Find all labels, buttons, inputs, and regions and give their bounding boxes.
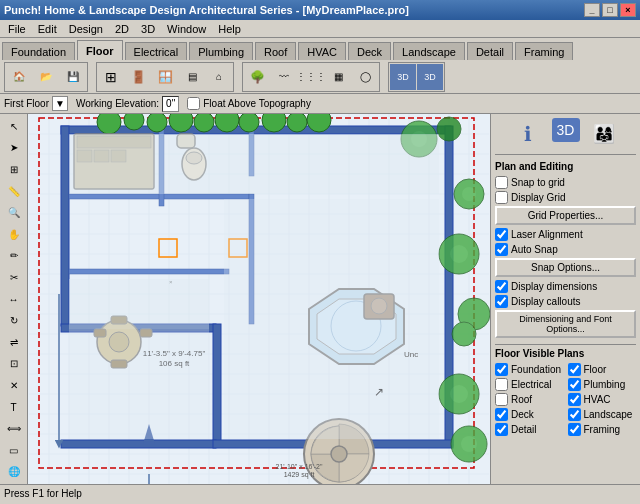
tab-plumbing[interactable]: Plumbing bbox=[189, 42, 253, 60]
menu-3d[interactable]: 3D bbox=[135, 22, 161, 36]
toolbar-btn-1[interactable]: 🏠 bbox=[6, 64, 32, 90]
svg-point-64 bbox=[452, 322, 476, 346]
tool-stretch[interactable]: ↔ bbox=[2, 289, 26, 310]
rp-floor-visible-title: Floor Visible Plans bbox=[495, 348, 636, 359]
tool-break[interactable]: ✂ bbox=[2, 267, 26, 288]
tab-deck[interactable]: Deck bbox=[348, 42, 391, 60]
3d-view-icon[interactable]: 3D bbox=[552, 118, 580, 142]
people-icon[interactable]: 👨‍👩‍👧 bbox=[588, 118, 620, 150]
toolbar-btn-deck[interactable]: ▦ bbox=[325, 64, 351, 90]
tab-framing[interactable]: Framing bbox=[515, 42, 573, 60]
auto-snap-checkbox[interactable] bbox=[495, 243, 508, 256]
deck-row: Deck bbox=[495, 408, 564, 421]
floor-dropdown[interactable]: ▼ bbox=[52, 96, 68, 111]
framing-label: Framing bbox=[584, 424, 621, 435]
laser-alignment-row: Laser Alignment bbox=[495, 228, 636, 241]
toolbar-btn-door[interactable]: 🚪 bbox=[125, 64, 151, 90]
snap-options-button[interactable]: Snap Options... bbox=[495, 258, 636, 277]
landscape-checkbox[interactable] bbox=[568, 408, 581, 421]
display-callouts-checkbox[interactable] bbox=[495, 295, 508, 308]
tool-measure[interactable]: 📏 bbox=[2, 181, 26, 202]
bottom-status-text: Press F1 for Help bbox=[4, 488, 82, 499]
close-button[interactable]: × bbox=[620, 3, 636, 17]
tool-edit[interactable]: ✏ bbox=[2, 246, 26, 267]
tool-select[interactable]: ↖ bbox=[2, 116, 26, 137]
tab-roof[interactable]: Roof bbox=[255, 42, 296, 60]
floor-plans-col-left: Foundation Electrical Roof Deck Detail bbox=[495, 363, 564, 438]
toolbar-btn-3[interactable]: 💾 bbox=[60, 64, 86, 90]
roof-checkbox[interactable] bbox=[495, 393, 508, 406]
foundation-label: Foundation bbox=[511, 364, 561, 375]
snap-grid-checkbox[interactable] bbox=[495, 176, 508, 189]
tool-rotate[interactable]: ↻ bbox=[2, 310, 26, 331]
framing-checkbox[interactable] bbox=[568, 423, 581, 436]
dimension-font-button[interactable]: Dimensioning and Font Options... bbox=[495, 310, 636, 338]
toolbar-btn-window[interactable]: 🪟 bbox=[152, 64, 178, 90]
grid-properties-button[interactable]: Grid Properties... bbox=[495, 206, 636, 225]
tool-globe[interactable]: 🌐 bbox=[2, 462, 26, 483]
floor-row: Floor bbox=[568, 363, 637, 376]
tool-mirror[interactable]: ⇌ bbox=[2, 332, 26, 353]
toolbar-group-3: 🌳 〰 ⋮⋮⋮ ▦ ◯ bbox=[242, 62, 380, 92]
snap-grid-label: Snap to grid bbox=[511, 177, 565, 188]
menu-edit[interactable]: Edit bbox=[32, 22, 63, 36]
maximize-button[interactable]: □ bbox=[602, 3, 618, 17]
menubar: File Edit Design 2D 3D Window Help bbox=[0, 20, 640, 38]
svg-text:Unc: Unc bbox=[404, 350, 418, 359]
tool-copy[interactable]: ⊡ bbox=[2, 354, 26, 375]
electrical-row: Electrical bbox=[495, 378, 564, 391]
svg-text:1429 sq ft: 1429 sq ft bbox=[284, 471, 315, 479]
info-icon[interactable]: ℹ bbox=[512, 118, 544, 150]
tab-floor[interactable]: Floor bbox=[77, 40, 123, 60]
canvas-area[interactable]: 11'-3.5" x 9'-4.75" 106 sq ft 21'-10" x … bbox=[28, 114, 490, 484]
plumbing-checkbox[interactable] bbox=[568, 378, 581, 391]
menu-2d[interactable]: 2D bbox=[109, 22, 135, 36]
toolbar-btn-pool[interactable]: ◯ bbox=[352, 64, 378, 90]
toolbar-btn-fence[interactable]: ⋮⋮⋮ bbox=[298, 64, 324, 90]
toolbar-btn-3d-2[interactable]: 3D bbox=[417, 64, 443, 90]
menu-file[interactable]: File bbox=[2, 22, 32, 36]
svg-point-69 bbox=[97, 114, 121, 134]
floor-checkbox[interactable] bbox=[568, 363, 581, 376]
tab-landscape[interactable]: Landscape bbox=[393, 42, 465, 60]
hvac-checkbox[interactable] bbox=[568, 393, 581, 406]
tab-foundation[interactable]: Foundation bbox=[2, 42, 75, 60]
minimize-button[interactable]: _ bbox=[584, 3, 600, 17]
menu-window[interactable]: Window bbox=[161, 22, 212, 36]
electrical-checkbox[interactable] bbox=[495, 378, 508, 391]
tool-delete[interactable]: ✕ bbox=[2, 375, 26, 396]
tab-detail[interactable]: Detail bbox=[467, 42, 513, 60]
svg-point-77 bbox=[287, 114, 307, 132]
toolbar-btn-stair[interactable]: ▤ bbox=[179, 64, 205, 90]
float-above-checkbox[interactable] bbox=[187, 97, 200, 110]
display-dimensions-label: Display dimensions bbox=[511, 281, 597, 292]
tool-arrow[interactable]: ➤ bbox=[2, 138, 26, 159]
display-dimensions-checkbox[interactable] bbox=[495, 280, 508, 293]
display-grid-checkbox[interactable] bbox=[495, 191, 508, 204]
tool-pan[interactable]: ✋ bbox=[2, 224, 26, 245]
working-elevation-field[interactable]: 0" bbox=[162, 96, 179, 112]
toolbar-btn-3d-1[interactable]: 3D bbox=[390, 64, 416, 90]
tool-text[interactable]: T bbox=[2, 397, 26, 418]
svg-rect-114 bbox=[224, 199, 439, 439]
tool-dim[interactable]: ⟺ bbox=[2, 418, 26, 439]
laser-alignment-checkbox[interactable] bbox=[495, 228, 508, 241]
toolbar-btn-wall[interactable]: ⊞ bbox=[98, 64, 124, 90]
menu-design[interactable]: Design bbox=[63, 22, 109, 36]
tool-zoom[interactable]: 🔍 bbox=[2, 202, 26, 223]
roof-row: Roof bbox=[495, 393, 564, 406]
deck-checkbox[interactable] bbox=[495, 408, 508, 421]
foundation-checkbox[interactable] bbox=[495, 363, 508, 376]
toolbar-btn-plant[interactable]: 🌳 bbox=[244, 64, 270, 90]
detail-checkbox[interactable] bbox=[495, 423, 508, 436]
deck-label: Deck bbox=[511, 409, 534, 420]
framing-row: Framing bbox=[568, 423, 637, 436]
tab-hvac[interactable]: HVAC bbox=[298, 42, 346, 60]
tab-electrical[interactable]: Electrical bbox=[125, 42, 188, 60]
toolbar-btn-path[interactable]: 〰 bbox=[271, 64, 297, 90]
toolbar-btn-roof[interactable]: ⌂ bbox=[206, 64, 232, 90]
menu-help[interactable]: Help bbox=[212, 22, 247, 36]
toolbar-btn-2[interactable]: 📂 bbox=[33, 64, 59, 90]
tool-area[interactable]: ▭ bbox=[2, 440, 26, 461]
tool-wall[interactable]: ⊞ bbox=[2, 159, 26, 180]
